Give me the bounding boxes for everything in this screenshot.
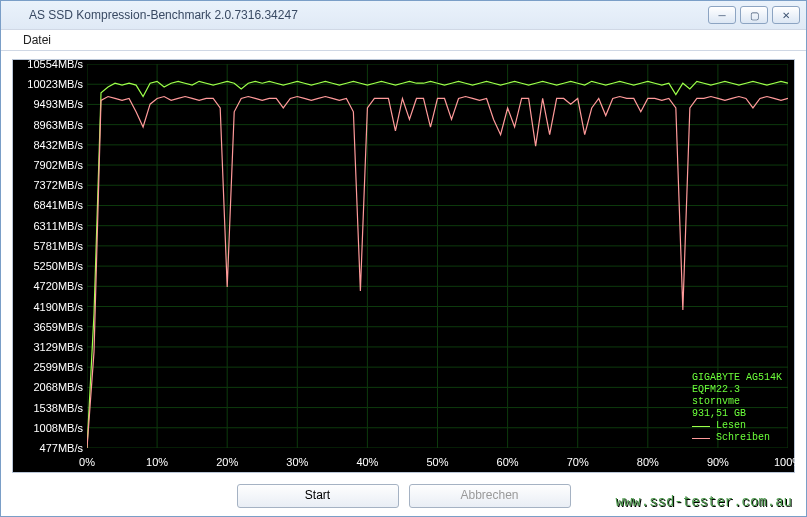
app-icon (7, 7, 23, 23)
y-tick-label: 3129MB/s (15, 341, 83, 353)
y-tick-label: 8963MB/s (15, 119, 83, 131)
y-tick-label: 5781MB/s (15, 240, 83, 252)
y-tick-label: 9493MB/s (15, 98, 83, 110)
x-tick-label: 30% (286, 456, 308, 468)
y-tick-label: 4720MB/s (15, 280, 83, 292)
y-tick-label: 7902MB/s (15, 159, 83, 171)
x-tick-label: 50% (426, 456, 448, 468)
legend-driver: stornvme (692, 396, 782, 408)
watermark: www.ssd-tester.com.au (616, 494, 792, 510)
y-tick-label: 7372MB/s (15, 179, 83, 191)
x-tick-label: 0% (79, 456, 95, 468)
chart-legend: GIGABYTE AG514K EQFM22.3 stornvme 931,51… (692, 372, 782, 444)
x-tick-label: 100% (774, 456, 802, 468)
x-tick-label: 40% (356, 456, 378, 468)
y-tick-label: 8432MB/s (15, 139, 83, 151)
y-tick-label: 3659MB/s (15, 321, 83, 333)
y-tick-label: 477MB/s (15, 442, 83, 454)
y-tick-label: 1538MB/s (15, 402, 83, 414)
x-tick-label: 60% (497, 456, 519, 468)
legend-swatch-read (692, 426, 710, 427)
x-tick-label: 70% (567, 456, 589, 468)
y-tick-label: 6841MB/s (15, 199, 83, 211)
legend-firmware: EQFM22.3 (692, 384, 782, 396)
y-tick-label: 10554MB/s (15, 58, 83, 70)
start-button[interactable]: Start (237, 484, 399, 508)
abort-button: Abbrechen (409, 484, 571, 508)
legend-write: Schreiben (716, 432, 770, 444)
chart-plot-area (87, 64, 788, 448)
x-tick-label: 80% (637, 456, 659, 468)
y-tick-label: 5250MB/s (15, 260, 83, 272)
y-tick-label: 6311MB/s (15, 220, 83, 232)
legend-swatch-write (692, 438, 710, 439)
legend-read: Lesen (716, 420, 746, 432)
titlebar: AS SSD Kompression-Benchmark 2.0.7316.34… (1, 1, 806, 29)
x-tick-label: 20% (216, 456, 238, 468)
app-window: AS SSD Kompression-Benchmark 2.0.7316.34… (0, 0, 807, 517)
y-tick-label: 2599MB/s (15, 361, 83, 373)
x-tick-label: 90% (707, 456, 729, 468)
y-tick-label: 1008MB/s (15, 422, 83, 434)
legend-device: GIGABYTE AG514K (692, 372, 782, 384)
x-tick-label: 10% (146, 456, 168, 468)
y-tick-label: 2068MB/s (15, 381, 83, 393)
y-tick-label: 10023MB/s (15, 78, 83, 90)
legend-capacity: 931,51 GB (692, 408, 782, 420)
y-tick-label: 4190MB/s (15, 301, 83, 313)
chart: GIGABYTE AG514K EQFM22.3 stornvme 931,51… (12, 59, 795, 473)
